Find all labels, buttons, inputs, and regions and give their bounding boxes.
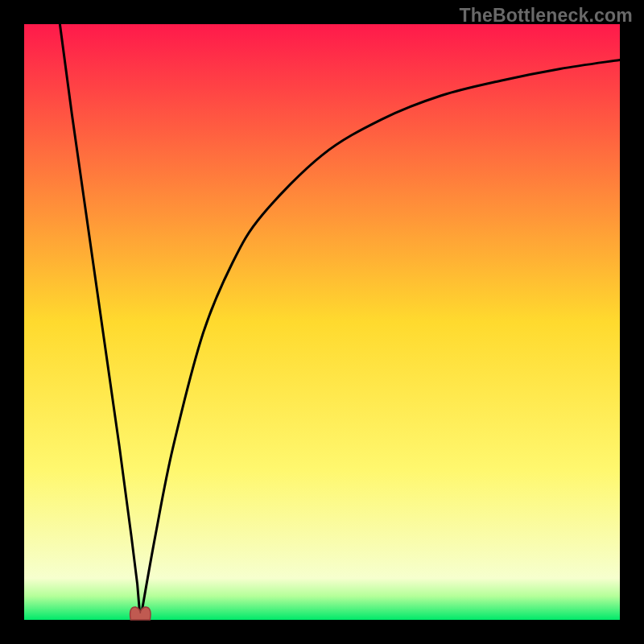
chart-container: TheBottleneck.com	[0, 0, 644, 644]
plot-background	[24, 24, 620, 620]
chart-svg	[0, 0, 644, 644]
